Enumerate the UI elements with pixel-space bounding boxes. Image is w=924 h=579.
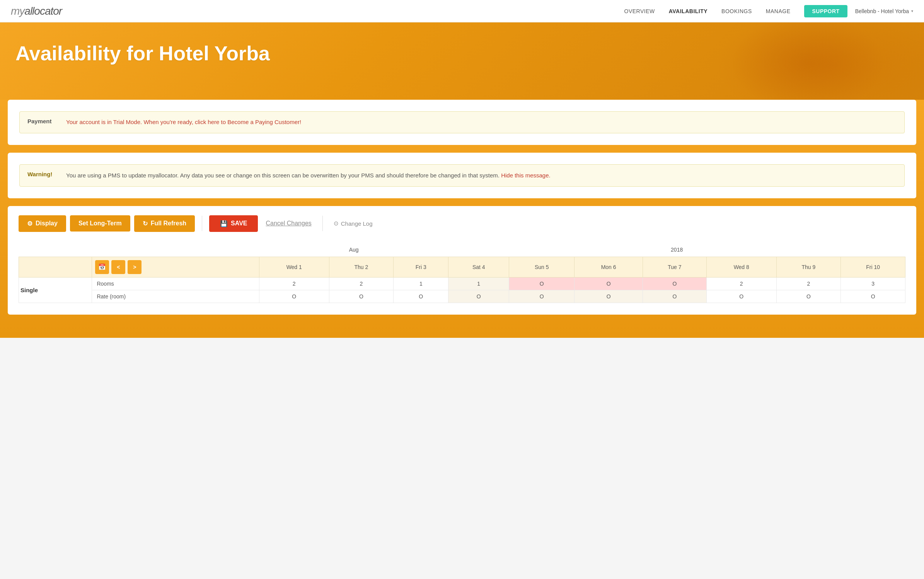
next-month-button[interactable]: > xyxy=(128,260,141,274)
warning-notice: Warning! You are using a PMS to update m… xyxy=(19,164,905,187)
cancel-changes-button[interactable]: Cancel Changes xyxy=(262,217,315,230)
nav-cell xyxy=(19,243,259,257)
payment-text[interactable]: Your account is in Trial Mode. When you'… xyxy=(66,118,301,127)
table-cell[interactable]: O xyxy=(776,290,841,303)
col-fri10: Fri 10 xyxy=(841,257,905,277)
room-name-cell: Single xyxy=(19,277,92,303)
warning-label: Warning! xyxy=(27,171,58,177)
set-long-term-button[interactable]: Set Long-Term xyxy=(70,215,130,232)
table-cell[interactable]: O xyxy=(706,290,776,303)
page-title: Availability for Hotel Yorba xyxy=(15,42,909,65)
account-name: Bellebnb - Hotel Yorba xyxy=(855,8,909,14)
table-cell[interactable]: 3 xyxy=(841,277,905,290)
nav-availability[interactable]: AVAILABILITY xyxy=(669,8,707,14)
availability-card: ⚙ Display Set Long-Term ↻ Full Refresh 💾… xyxy=(8,206,916,315)
table-cell[interactable]: 1 xyxy=(448,277,509,290)
hide-message-link[interactable]: Hide this message. xyxy=(501,172,551,179)
col-tue7: Tue 7 xyxy=(643,257,706,277)
display-button[interactable]: ⚙ Display xyxy=(19,215,66,232)
column-header-row: 📅 < > Wed 1 Thu 2 Fri 3 Sat 4 Sun 5 Mon … xyxy=(19,257,905,277)
nav-manage[interactable]: MANAGE xyxy=(766,8,791,14)
col-wed8: Wed 8 xyxy=(706,257,776,277)
table-cell[interactable]: 2 xyxy=(706,277,776,290)
refresh-icon: ↻ xyxy=(143,220,148,227)
nav-support[interactable]: SUPPORT xyxy=(804,5,847,17)
hero-section: Availability for Hotel Yorba xyxy=(0,22,924,100)
table-cell[interactable]: 2 xyxy=(329,277,394,290)
table-cell[interactable]: O xyxy=(509,277,575,290)
prev-month-button[interactable]: < xyxy=(111,260,125,274)
table-row: Rate (room)OOOOOOOOOO xyxy=(19,290,905,303)
month-year-row: Aug 2018 xyxy=(19,243,905,257)
content-wrapper: Payment Your account is in Trial Mode. W… xyxy=(0,100,924,338)
calendar-nav: 📅 < > xyxy=(95,260,256,274)
chevron-down-icon: ▾ xyxy=(911,9,913,13)
table-cell[interactable]: O xyxy=(643,277,706,290)
clock-icon: ⊙ xyxy=(334,220,339,227)
col-mon6: Mon 6 xyxy=(575,257,643,277)
table-cell[interactable]: O xyxy=(509,290,575,303)
warning-text: You are using a PMS to update myallocato… xyxy=(66,171,551,180)
col-thu9: Thu 9 xyxy=(776,257,841,277)
table-cell[interactable]: O xyxy=(575,290,643,303)
year-cell: 2018 xyxy=(448,243,905,257)
col-wed1: Wed 1 xyxy=(259,257,329,277)
availability-table: Aug 2018 📅 < > Wed 1 xyxy=(19,243,905,303)
table-cell[interactable]: O xyxy=(394,290,448,303)
col-thu2: Thu 2 xyxy=(329,257,394,277)
change-log-button[interactable]: ⊙ Change Log xyxy=(330,217,377,230)
nav-links: OVERVIEW AVAILABILITY BOOKINGS MANAGE SU… xyxy=(624,8,847,15)
table-cell[interactable]: O xyxy=(575,277,643,290)
table-row: SingleRooms2211OOO223 xyxy=(19,277,905,290)
logo-my: my xyxy=(11,5,24,17)
navbar: myallocator OVERVIEW AVAILABILITY BOOKIN… xyxy=(0,0,924,22)
month-cell: Aug xyxy=(259,243,448,257)
logo-allocator: allocator xyxy=(24,5,62,17)
payment-notice: Payment Your account is in Trial Mode. W… xyxy=(19,111,905,133)
toolbar: ⚙ Display Set Long-Term ↻ Full Refresh 💾… xyxy=(19,215,905,232)
col-sun5: Sun 5 xyxy=(509,257,575,277)
table-cell[interactable]: 1 xyxy=(394,277,448,290)
col-fri3: Fri 3 xyxy=(394,257,448,277)
row-sub-label: Rate (room) xyxy=(92,290,259,303)
table-cell[interactable]: 2 xyxy=(776,277,841,290)
table-cell[interactable]: O xyxy=(841,290,905,303)
table-cell[interactable]: 2 xyxy=(259,277,329,290)
save-button[interactable]: 💾 SAVE xyxy=(209,215,258,232)
calendar-picker-button[interactable]: 📅 xyxy=(95,260,109,274)
col-sat4: Sat 4 xyxy=(448,257,509,277)
payment-card: Payment Your account is in Trial Mode. W… xyxy=(8,100,916,145)
toolbar-divider-2 xyxy=(322,216,323,231)
save-icon: 💾 xyxy=(220,220,228,227)
table-cell[interactable]: O xyxy=(643,290,706,303)
table-cell[interactable]: O xyxy=(448,290,509,303)
calendar-nav-cell: 📅 < > xyxy=(92,257,259,277)
row-sub-label: Rooms xyxy=(92,277,259,290)
room-name-header xyxy=(19,257,92,277)
table-cell[interactable]: O xyxy=(329,290,394,303)
payment-label: Payment xyxy=(27,118,58,124)
full-refresh-button[interactable]: ↻ Full Refresh xyxy=(134,215,195,232)
toolbar-divider-1 xyxy=(202,216,202,231)
gear-icon: ⚙ xyxy=(27,220,32,227)
logo: myallocator xyxy=(11,5,62,17)
table-body: SingleRooms2211OOO223Rate (room)OOOOOOOO… xyxy=(19,277,905,303)
nav-bookings[interactable]: BOOKINGS xyxy=(721,8,752,14)
nav-account[interactable]: Bellebnb - Hotel Yorba ▾ xyxy=(855,8,913,14)
table-cell[interactable]: O xyxy=(259,290,329,303)
nav-overview[interactable]: OVERVIEW xyxy=(624,8,655,14)
warning-card: Warning! You are using a PMS to update m… xyxy=(8,153,916,198)
